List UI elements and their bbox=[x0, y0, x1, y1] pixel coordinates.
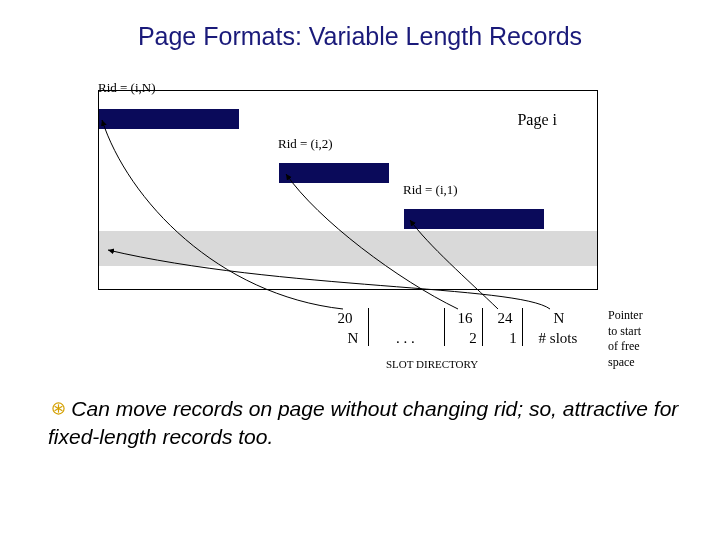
note-line: space bbox=[608, 355, 678, 371]
record-n bbox=[99, 109, 239, 129]
slot-offset: 24 bbox=[490, 310, 520, 327]
slide-title: Page Formats: Variable Length Records bbox=[0, 0, 720, 51]
free-space-region bbox=[99, 231, 597, 266]
dir-divider bbox=[368, 308, 369, 346]
note-line: to start bbox=[608, 324, 678, 340]
rid-2-label: Rid = (i,2) bbox=[278, 136, 333, 152]
slot-directory-label: SLOT DIRECTORY bbox=[386, 358, 478, 370]
slot-index: N bbox=[338, 330, 368, 347]
ellipsis: . . . bbox=[396, 330, 415, 347]
main-bullet-text-content: Can move records on page without changin… bbox=[48, 397, 678, 448]
note-line: of free bbox=[608, 339, 678, 355]
page-diagram: Page i Rid = (i,N) Rid = (i,2) Rid = (i,… bbox=[98, 80, 598, 360]
slot-index: 1 bbox=[498, 330, 528, 347]
slot-offset: 16 bbox=[450, 310, 480, 327]
record-1 bbox=[404, 209, 544, 229]
slot-index: 2 bbox=[458, 330, 488, 347]
num-slots-label: # slots bbox=[528, 330, 588, 347]
record-2 bbox=[279, 163, 389, 183]
rid-1-label: Rid = (i,1) bbox=[403, 182, 458, 198]
slot-offset: 20 bbox=[330, 310, 360, 327]
pointer-footnote: Pointer to start of free space bbox=[608, 308, 678, 370]
main-bullet-text: Can move records on page without changin… bbox=[48, 395, 680, 452]
note-line: Pointer bbox=[608, 308, 678, 324]
page-box: Page i bbox=[98, 90, 598, 290]
dir-divider bbox=[444, 308, 445, 346]
page-label: Page i bbox=[517, 111, 557, 129]
slot-count-n: N bbox=[544, 310, 574, 327]
rid-n-label: Rid = (i,N) bbox=[98, 80, 156, 96]
